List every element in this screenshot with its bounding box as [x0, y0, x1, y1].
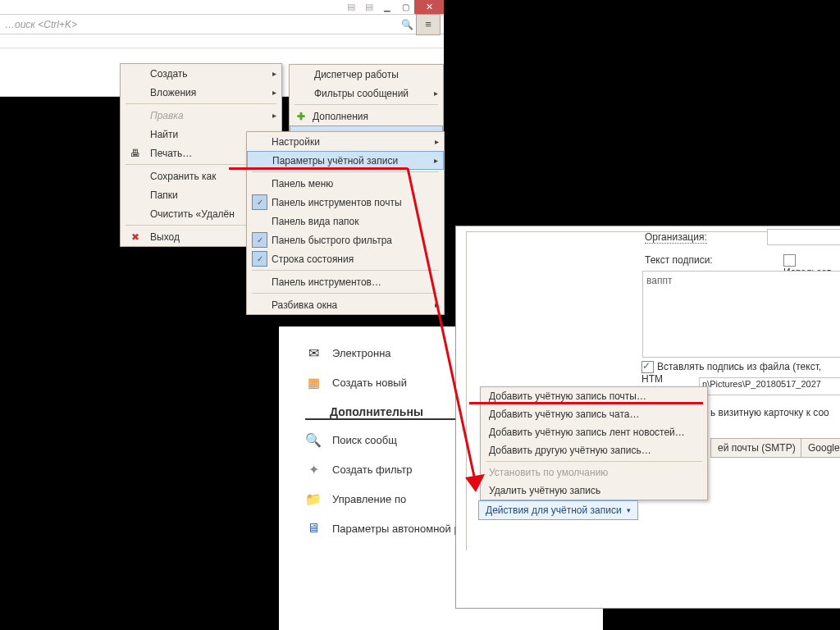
titlebar: ▤ ▤ ▁ ▢ ✕	[0, 0, 444, 15]
signature-textarea[interactable]: ваппт	[642, 271, 840, 358]
black-backdrop	[0, 326, 279, 630]
search-input[interactable]: …оиск <Ctrl+K>	[0, 19, 398, 30]
hamburger-button[interactable]: ≡	[416, 14, 441, 35]
monitors-icon: 🖥	[305, 520, 322, 536]
calendar-icon: ▦	[305, 374, 322, 390]
check-icon: ✓	[252, 194, 267, 210]
ctx-set-default: Установить по умолчанию	[481, 463, 707, 482]
settings-submenu: Настройки Параметры учётной записи Панел…	[246, 131, 445, 315]
smtp-button[interactable]: ей почты (SMTP)	[710, 438, 803, 458]
org-label: Организация:	[645, 231, 707, 243]
annotation-underline-1	[229, 167, 408, 170]
notepad-icon[interactable]: ▤	[342, 0, 360, 14]
sig-path-input[interactable]: n\Pictures\P_20180517_2027	[699, 377, 840, 395]
search-icon[interactable]: 🔍	[398, 19, 416, 30]
tab-strip	[0, 34, 444, 48]
ctx-add-other[interactable]: Добавить другую учётную запись…	[481, 441, 707, 459]
check-icon: ✓	[252, 232, 267, 248]
magnifier-icon: 🔍	[305, 431, 322, 448]
submenu-settings[interactable]: Настройки	[247, 132, 444, 151]
submenu-quick-filter[interactable]: ✓Панель быстрого фильтра	[247, 231, 444, 249]
maximize-button[interactable]: ▢	[396, 0, 414, 14]
addon-plus-icon: ✚	[294, 110, 308, 123]
close-button[interactable]: ✕	[414, 0, 444, 14]
submenu-folder-view[interactable]: Панель вида папок	[247, 212, 444, 231]
envelope-icon: ✉	[305, 345, 322, 361]
minimize-button[interactable]: ▁	[378, 0, 396, 14]
menu-create[interactable]: Создать	[121, 64, 281, 83]
menu-edit[interactable]: Правка ✎ ✂ 📋	[121, 106, 281, 125]
submenu-status-bar[interactable]: ✓Строка состояния	[247, 249, 444, 268]
submenu-mail-toolbar[interactable]: ✓Панель инструментов почты	[247, 193, 444, 212]
filter-icon: ✦	[305, 461, 322, 477]
submenu-work-dispatch[interactable]: Диспетчер работы	[290, 65, 443, 84]
submenu-addons[interactable]: ✚Дополнения	[290, 107, 443, 126]
submenu-window-split[interactable]: Разбивка окна	[247, 295, 444, 314]
folder-icon: 📁	[305, 491, 322, 507]
vcard-label: ь визитную карточку к соо	[710, 407, 829, 418]
submenu-menu-panel[interactable]: Панель меню	[247, 174, 444, 193]
google-button[interactable]: Google	[801, 438, 840, 458]
annotation-underline-2	[469, 402, 703, 404]
additional-header: Дополнительны	[305, 405, 465, 420]
exit-icon: ✖	[129, 231, 142, 243]
account-actions-button[interactable]: Действия для учётной записи	[478, 500, 638, 520]
ctx-add-feed[interactable]: Добавить учётную запись лент новостей…	[481, 423, 707, 441]
submenu-msg-filters[interactable]: Фильтры сообщений	[290, 84, 443, 103]
notepad-icon-2[interactable]: ▤	[360, 0, 378, 14]
sig-label: Текст подписи:	[645, 254, 713, 266]
search-bar: …оиск <Ctrl+K> 🔍 ≡	[0, 15, 444, 34]
submenu-toolbars[interactable]: Панель инструментов…	[247, 272, 444, 291]
ctx-delete[interactable]: Удалить учётную запись	[481, 482, 707, 500]
org-input[interactable]	[767, 229, 840, 245]
check-icon: ✓	[252, 251, 267, 267]
ctx-add-chat[interactable]: Добавить учётную запись чата…	[481, 405, 707, 423]
menu-attachments[interactable]: Вложения	[121, 83, 281, 102]
print-icon: 🖶	[129, 148, 142, 159]
